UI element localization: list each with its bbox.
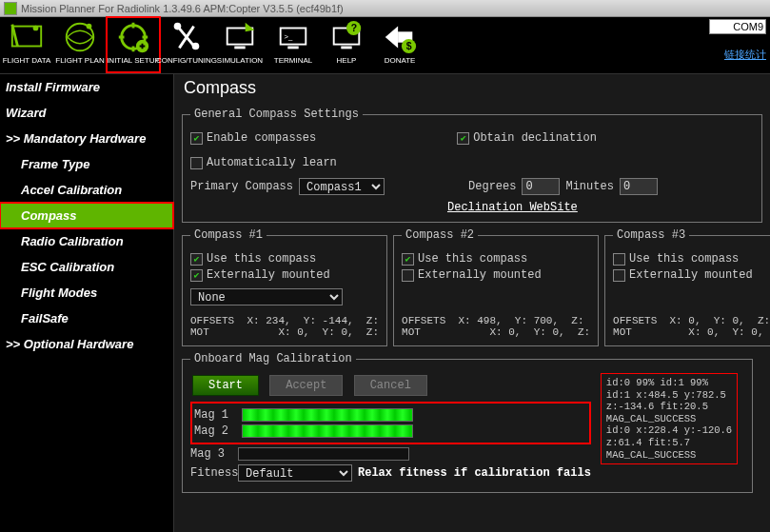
compass3-external-checkbox[interactable]: Externally mounted [613,268,770,282]
toolbar-terminal[interactable]: >_ TERMINAL [267,17,320,72]
toolbar-flight-plan[interactable]: FLIGHT PLAN [53,17,107,72]
toolbar-simulation[interactable]: SIMULATION [213,17,267,72]
declination-website-link[interactable]: Declination WebSite [447,201,578,214]
auto-learn-checkbox[interactable]: Automatically learn [190,156,337,169]
sidebar-item-frame-type[interactable]: Frame Type [0,151,173,177]
checkbox-icon [190,157,203,169]
checkbox-icon [402,253,414,266]
compass1-offsets: OFFSETS X: 234, Y: -144, Z: MOT X: 0, Y:… [190,315,379,338]
calib-accept-button[interactable]: Accept [269,375,343,396]
svg-rect-10 [234,47,245,49]
compass2-offsets: OFFSETS X: 498, Y: 700, Z: MOT X: 0, Y: … [402,315,590,338]
degrees-input[interactable] [522,178,560,195]
obtain-declination-checkbox[interactable]: Obtain declination [457,131,597,145]
checkbox-icon [613,253,625,266]
checkbox-icon [457,132,469,145]
compass2-external-checkbox[interactable]: Externally mounted [402,268,590,282]
toolbar-donate[interactable]: $ DONATE [373,17,426,72]
compass3-use-checkbox[interactable]: Use this compass [613,252,770,266]
checkbox-icon [190,269,203,282]
calib-cancel-button[interactable]: Cancel [354,375,427,396]
fitness-select[interactable]: Default [238,464,352,482]
compass2-use-checkbox[interactable]: Use this compass [402,252,590,266]
sidebar: Install Firmware Wizard >> Mandatory Har… [0,74,174,532]
svg-text:?: ? [351,23,357,33]
svg-point-8 [192,43,200,50]
compass3-offsets: OFFSETS X: 0, Y: 0, Z: 0 MOT X: 0, Y: 0,… [613,315,770,338]
svg-text:>_: >_ [285,32,293,41]
window-titlebar: Mission Planner For Radiolink 1.3.49.6 A… [0,0,770,17]
calibration-output: id:0 99% id:1 99% id:1 x:484.5 y:782.5 z… [601,373,738,464]
compass1-external-checkbox[interactable]: Externally mounted [190,268,379,282]
toolbar-config-tuning[interactable]: CONFIG/TUNING [160,17,213,72]
sidebar-item-install-firmware[interactable]: Install Firmware [0,74,173,100]
primary-compass-select[interactable]: Compass1 [299,178,385,195]
compass1-group: Compass #1 Use this compass Externally m… [182,228,387,346]
checkbox-icon [402,269,414,282]
calib-start-button[interactable]: Start [192,375,259,396]
sidebar-item-compass[interactable]: Compass [0,203,173,228]
checkbox-icon [190,253,203,266]
toolbar-help[interactable]: ? HELP [320,17,373,72]
main-toolbar: FLIGHT DATA FLIGHT PLAN INITIAL SETUP CO… [0,17,770,74]
sidebar-item-optional-hardware[interactable]: >> Optional Hardware [0,331,173,357]
svg-point-4 [87,24,92,30]
port-select[interactable]: COM9 [709,19,766,34]
enable-compasses-checkbox[interactable]: Enable compasses [190,131,316,145]
svg-rect-13 [287,47,298,49]
compass2-group: Compass #2 Use this compass Externally m… [393,228,599,346]
sidebar-item-esc-calibration[interactable]: ESC Calibration [0,254,173,280]
mag3-progress [238,447,409,461]
sidebar-item-flight-modes[interactable]: Flight Modes [0,280,173,305]
svg-rect-17 [341,47,351,49]
mag1-progress [242,408,413,422]
window-title: Mission Planner For Radiolink 1.3.49.6 A… [21,3,344,14]
toolbar-initial-setup[interactable]: INITIAL SETUP [107,17,160,72]
sidebar-item-failsafe[interactable]: FailSafe [0,305,173,331]
svg-point-7 [174,23,182,30]
link-stats[interactable]: 链接统计 [709,48,766,62]
svg-text:$: $ [406,41,412,51]
checkbox-icon [190,132,203,145]
onboard-mag-calibration: Onboard Mag Calibration Start Accept Can… [182,352,753,493]
sidebar-item-mandatory-hardware[interactable]: >> Mandatory Hardware [0,126,173,151]
sidebar-item-radio-calibration[interactable]: Radio Calibration [0,228,173,254]
sidebar-item-wizard[interactable]: Wizard [0,100,173,126]
toolbar-flight-data[interactable]: FLIGHT DATA [0,17,53,72]
sidebar-item-accel-calibration[interactable]: Accel Calibration [0,177,173,203]
content-pane: Compass General Compass Settings Enable … [174,74,770,532]
compass1-orientation-select[interactable]: None [190,288,343,305]
checkbox-icon [613,269,625,282]
general-compass-settings: General Compass Settings Enable compasse… [182,108,762,223]
mag2-progress [242,424,413,438]
compass3-group: Compass #3 Use this compass Externally m… [604,228,770,346]
page-title: Compass [174,74,770,102]
svg-point-2 [33,26,39,31]
relax-fitness-label: Relax fitness if calibration fails [358,466,591,480]
minutes-input[interactable] [620,178,658,195]
compass1-use-checkbox[interactable]: Use this compass [190,252,379,266]
